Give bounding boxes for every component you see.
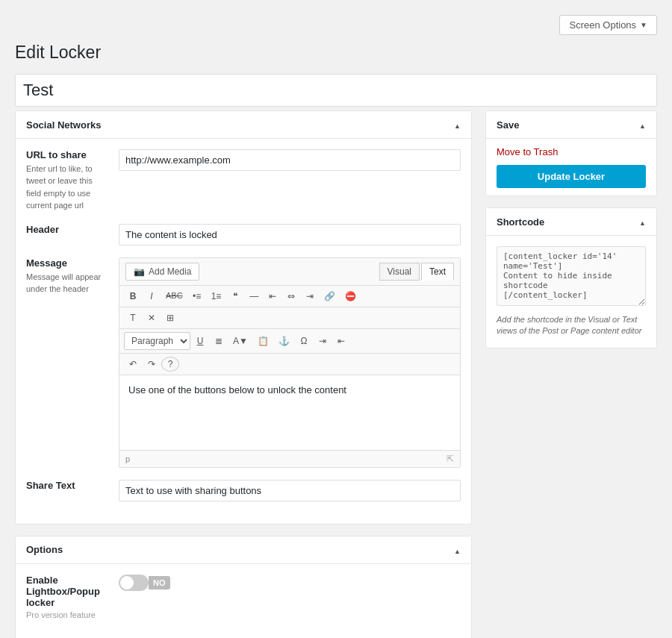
move-trash-link[interactable]: Move to Trash bbox=[497, 146, 646, 157]
save-panel: Save Move to Trash Update Locker bbox=[485, 110, 657, 196]
table-button[interactable]: ⊞ bbox=[161, 310, 179, 325]
social-networks-title: Social Networks bbox=[26, 119, 101, 131]
url-row: URL to share Enter url to like, to tweet… bbox=[26, 149, 461, 212]
tab-text[interactable]: Text bbox=[421, 263, 454, 281]
shortcode-textarea[interactable]: [content_locker id='14' name='Test'] Con… bbox=[497, 246, 646, 306]
add-media-button[interactable]: 📷 Add Media bbox=[125, 263, 199, 281]
message-label: Message bbox=[26, 257, 108, 269]
save-toggle[interactable] bbox=[639, 119, 646, 131]
screen-options-arrow: ▼ bbox=[640, 21, 647, 29]
toolbar-row-2: Paragraph U ≣ A▼ 📋 ⚓ Ω ⇥ ⇤ bbox=[119, 329, 460, 354]
url-label: URL to share bbox=[26, 149, 108, 160]
shortcode-toggle[interactable] bbox=[639, 216, 646, 228]
share-text-input[interactable] bbox=[119, 480, 461, 501]
message-desc: Message will appear under the header bbox=[26, 272, 101, 293]
options-header: Options bbox=[16, 537, 471, 564]
save-chevron bbox=[639, 119, 646, 131]
add-media-icon: 📷 bbox=[134, 266, 145, 277]
page-title: Edit Locker bbox=[15, 43, 657, 63]
screen-options-button[interactable]: Screen Options ▼ bbox=[559, 15, 657, 35]
shortcode-chevron bbox=[639, 216, 646, 228]
pro-feature-label: Pro version feature bbox=[26, 610, 108, 619]
social-networks-panel: Social Networks URL to share Enter url t… bbox=[15, 110, 472, 525]
url-desc: Enter url to like, to tweet or leave thi… bbox=[26, 164, 93, 210]
editor-wrap: 📷 Add Media Visual Text bbox=[119, 257, 461, 468]
post-title-input[interactable] bbox=[15, 74, 657, 107]
help-button[interactable]: ? bbox=[161, 357, 179, 372]
bold-button[interactable]: B bbox=[124, 289, 142, 304]
font-color-button[interactable]: A▼ bbox=[228, 334, 252, 348]
toggle-wrap: NO bbox=[119, 575, 461, 591]
special-char-button[interactable]: Ω bbox=[295, 334, 313, 348]
shortcode-header: Shortcode bbox=[486, 208, 656, 236]
options-toggle[interactable] bbox=[454, 544, 461, 556]
align-right-button[interactable]: ⇥ bbox=[301, 289, 319, 304]
editor-path: p bbox=[125, 454, 130, 463]
blockquote-button[interactable]: ❝ bbox=[226, 289, 244, 304]
enable-popup-label: Enable Lightbox/Popup locker bbox=[26, 575, 108, 608]
x-icon-button[interactable]: ✕ bbox=[143, 310, 161, 325]
save-body: Move to Trash Update Locker bbox=[486, 139, 656, 196]
header-input[interactable] bbox=[119, 224, 461, 245]
view-tabs: Visual Text bbox=[379, 263, 454, 281]
options-chevron bbox=[454, 544, 461, 556]
shortcode-panel: Shortcode [content_locker id='14' name='… bbox=[485, 207, 657, 348]
share-text-label: Share Text bbox=[26, 480, 108, 491]
social-networks-toggle[interactable] bbox=[454, 119, 461, 131]
social-networks-body: URL to share Enter url to like, to tweet… bbox=[16, 139, 471, 524]
save-title: Save bbox=[497, 119, 519, 131]
tab-visual[interactable]: Visual bbox=[379, 263, 420, 281]
number-list-button[interactable]: 1≡ bbox=[207, 289, 226, 304]
options-body: Enable Lightbox/Popup locker Pro version… bbox=[16, 564, 471, 638]
underline-button[interactable]: U bbox=[191, 334, 209, 348]
t-icon-button[interactable]: T bbox=[124, 310, 142, 325]
options-title: Options bbox=[26, 544, 63, 555]
editor-top-bar: 📷 Add Media Visual Text bbox=[119, 258, 460, 286]
save-header: Save bbox=[486, 111, 656, 139]
update-locker-button[interactable]: Update Locker bbox=[497, 165, 646, 188]
italic-button[interactable]: I bbox=[143, 289, 161, 304]
editor-footer: p ⇱ bbox=[119, 450, 460, 467]
header-label: Header bbox=[26, 224, 108, 235]
social-networks-header: Social Networks bbox=[16, 111, 471, 139]
toggle-thumb bbox=[120, 576, 134, 589]
toolbar-row-3: ↶ ↷ ? bbox=[119, 354, 460, 375]
undo-button[interactable]: ↶ bbox=[124, 357, 142, 372]
link-button[interactable]: 🔗 bbox=[320, 289, 340, 304]
toolbar-row-1b: T ✕ ⊞ bbox=[119, 307, 460, 329]
paste-button[interactable]: 📋 bbox=[253, 334, 273, 348]
strikethrough-button[interactable]: ABC bbox=[161, 289, 187, 303]
unlink-button[interactable]: ⛔ bbox=[340, 289, 361, 304]
bullet-list-button[interactable]: •≡ bbox=[188, 289, 206, 304]
toolbar-row-1: B I ABC •≡ 1≡ ❝ — ⇤ ⇔ ⇥ bbox=[119, 286, 460, 307]
paragraph-select[interactable]: Paragraph bbox=[124, 332, 190, 350]
shortcode-title: Shortcode bbox=[497, 216, 544, 228]
add-media-label: Add Media bbox=[149, 266, 191, 277]
align-center-button[interactable]: ⇔ bbox=[282, 289, 300, 304]
message-row: Message Message will appear under the he… bbox=[26, 257, 461, 468]
outdent-button[interactable]: ⇤ bbox=[332, 334, 350, 348]
toggle-track[interactable] bbox=[119, 575, 149, 591]
share-text-row: Share Text bbox=[26, 480, 461, 501]
header-row: Header bbox=[26, 224, 461, 245]
social-networks-chevron bbox=[454, 119, 461, 131]
enable-popup-row: Enable Lightbox/Popup locker Pro version… bbox=[26, 575, 461, 619]
screen-options-label: Screen Options bbox=[569, 19, 636, 31]
shortcode-hint: Add the shortcode in the Visual or Text … bbox=[497, 314, 646, 337]
anchor-button[interactable]: ⚓ bbox=[274, 334, 294, 348]
url-input[interactable] bbox=[119, 149, 461, 171]
justify-button[interactable]: ≣ bbox=[210, 334, 228, 348]
indent-button[interactable]: ⇥ bbox=[314, 334, 332, 348]
toggle-label: NO bbox=[149, 576, 170, 589]
redo-button[interactable]: ↷ bbox=[143, 357, 161, 372]
align-left-button[interactable]: ⇤ bbox=[264, 289, 281, 304]
shortcode-body: [content_locker id='14' name='Test'] Con… bbox=[486, 236, 656, 348]
options-panel: Options Enable Lightbox/Popup locker Pro… bbox=[15, 536, 472, 638]
editor-content[interactable]: Use one of the buttons below to unlock t… bbox=[119, 375, 460, 450]
editor-text: Use one of the buttons below to unlock t… bbox=[128, 384, 346, 395]
hr-button[interactable]: — bbox=[245, 289, 263, 304]
editor-resize-handle[interactable]: ⇱ bbox=[447, 454, 454, 464]
